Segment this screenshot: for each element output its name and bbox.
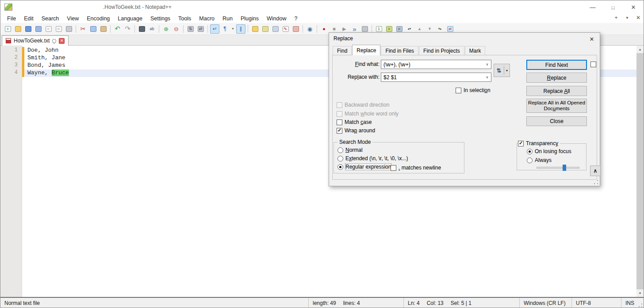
find-icon[interactable] — [137, 24, 146, 34]
tab-mark[interactable]: Mark — [465, 46, 486, 55]
user-defined-dialog-icon[interactable] — [250, 24, 260, 34]
combo-chevron-icon[interactable]: ∨ — [483, 62, 491, 66]
zoom-out-icon[interactable]: ⊖ — [172, 24, 181, 34]
transparency-group: Transparency On losing focus Always — [517, 143, 586, 170]
replace-all-in-all-opened-button[interactable]: Replace All in All Opened Documents — [526, 99, 587, 113]
replace-dialog: Replace ✕ Find Replace Find in Files Fin… — [329, 32, 600, 186]
paste-icon[interactable] — [99, 24, 108, 34]
replace-button[interactable]: Replace — [526, 73, 587, 83]
search-mode-extended-radio[interactable]: Extended (\n, \r, \t, \0, \x...) — [337, 155, 408, 162]
tab-list-button[interactable]: ▼ — [624, 16, 631, 20]
close-tab-button[interactable]: ✕ — [635, 15, 642, 21]
search-mode-regex-radio[interactable]: Regular expression — [337, 164, 391, 170]
find-next-button[interactable]: Find Next — [526, 60, 587, 70]
toolbar-separator — [248, 25, 248, 33]
close-all-icon[interactable]: = — [54, 24, 63, 34]
menu-item-macro[interactable]: Macro — [195, 15, 218, 23]
close-window-button[interactable]: ✕ — [623, 0, 644, 14]
menu-item-file[interactable]: File — [3, 15, 20, 23]
pin-tab-icon[interactable] — [52, 38, 58, 44]
menu-item-tools[interactable]: Tools — [174, 15, 195, 23]
replace-icon[interactable]: ab — [147, 24, 157, 34]
swap-find-replace-button[interactable]: ⇅ ▼ — [494, 64, 510, 77]
vertical-scrollbar[interactable]: ▲ ▼ — [636, 46, 644, 297]
minimize-button[interactable]: — — [583, 0, 603, 14]
new-tab-button[interactable]: + — [613, 15, 620, 21]
in-selection-checkbox[interactable]: In selection — [456, 87, 491, 93]
swap-dropdown-icon[interactable]: ▼ — [504, 69, 510, 72]
transparency-slider-thumb[interactable] — [563, 165, 566, 171]
undo-icon[interactable]: ↶ — [113, 24, 122, 34]
combo-chevron-icon[interactable]: ∨ — [483, 75, 491, 79]
zoom-in-icon[interactable]: ⊕ — [161, 24, 171, 34]
line-number: 4 — [0, 69, 22, 77]
search-mode-normal-radio[interactable]: Normal — [337, 147, 363, 153]
print-icon[interactable] — [64, 24, 73, 34]
sync-horizontal-icon[interactable]: ⇄ — [196, 24, 205, 34]
indent-guide-icon[interactable]: ∥ — [236, 24, 245, 34]
macro-record-icon[interactable]: ● — [319, 24, 329, 34]
menu-item-run[interactable]: Run — [218, 15, 237, 23]
menu-item-window[interactable]: Window — [263, 15, 290, 23]
search-mode-group: Search Mode Normal Extended (\n, \r, \t,… — [334, 142, 464, 173]
dot-matches-newline-checkbox[interactable]: . matches newline — [391, 165, 441, 171]
cut-icon[interactable]: ✂ — [78, 24, 88, 34]
replace-with-input[interactable]: $2 $1 ∨ — [381, 73, 491, 82]
tab-find-in-files[interactable]: Find in Files — [381, 46, 418, 55]
transparency-checkbox[interactable]: Transparency — [518, 140, 560, 146]
edit-popup-icon[interactable]: ✎ — [281, 24, 290, 34]
purge-checkbox[interactable] — [590, 62, 596, 67]
menu-item-help[interactable]: ? — [290, 15, 301, 23]
folder-as-workspace-icon[interactable] — [291, 24, 300, 34]
line-number: 2 — [0, 54, 22, 62]
sync-vertical-icon[interactable]: ⇅ — [186, 24, 195, 34]
menu-item-encoding[interactable]: Encoding — [83, 15, 114, 23]
selected-text: Bruce — [52, 69, 69, 76]
tab-replace[interactable]: Replace — [352, 45, 380, 55]
close-dialog-button[interactable]: Close — [526, 116, 587, 126]
menu-item-view[interactable]: View — [63, 15, 83, 23]
close-file-icon[interactable]: − — [44, 24, 53, 34]
save-all-icon[interactable] — [34, 24, 43, 34]
on-losing-focus-radio[interactable]: On losing focus — [527, 148, 571, 154]
swap-arrows-icon: ⇅ — [494, 67, 504, 74]
tab-find-in-projects[interactable]: Find in Projects — [419, 46, 464, 55]
dialog-resize-grip[interactable] — [594, 180, 598, 185]
scroll-up-arrow[interactable]: ▲ — [636, 46, 644, 53]
find-what-input[interactable]: (\w+), (\w+) ∨ — [381, 60, 491, 69]
tab-howtogeek-txt[interactable]: HowToGeek.txt ✕ — [2, 35, 69, 46]
resize-grip[interactable] — [640, 298, 644, 308]
dialog-close-icon[interactable]: ✕ — [588, 35, 596, 43]
view-all-characters-eye-icon[interactable]: ◉ — [305, 24, 314, 34]
new-file-icon[interactable]: + — [3, 24, 12, 34]
open-file-icon[interactable] — [13, 24, 23, 34]
save-icon[interactable] — [23, 24, 33, 34]
eol-format-status[interactable]: Windows (CR LF) — [524, 300, 566, 306]
menu-item-search[interactable]: Search — [38, 15, 63, 23]
document-list-icon[interactable] — [271, 24, 280, 34]
notepad-plus-plus-window: .HowToGeek.txt - Notepad++ — □ ✕ FileEdi… — [0, 0, 644, 308]
replace-all-button[interactable]: Replace All — [526, 86, 587, 96]
close-tab-icon[interactable]: ✕ — [59, 38, 65, 44]
wrap-around-checkbox[interactable]: Wrap around — [337, 127, 375, 134]
show-all-characters-icon[interactable]: ¶ — [220, 24, 230, 34]
copy-icon[interactable] — [88, 24, 98, 34]
chevron-down-icon[interactable]: ▼ — [230, 24, 235, 34]
match-case-checkbox[interactable]: Match case — [337, 119, 372, 125]
word-wrap-icon[interactable]: ↵ — [210, 24, 219, 34]
maximize-button[interactable]: □ — [603, 0, 623, 14]
scroll-down-arrow[interactable]: ▼ — [636, 289, 644, 297]
menu-item-plugins[interactable]: Plugins — [237, 15, 263, 23]
tabbar-controls: + ▼ ✕ — [613, 15, 642, 21]
redo-icon[interactable]: ↷ — [123, 24, 132, 34]
encoding-status[interactable]: UTF-8 — [576, 300, 591, 306]
menu-item-settings[interactable]: Settings — [146, 15, 174, 23]
transparency-slider[interactable] — [537, 167, 579, 169]
insert-mode-status[interactable]: INS — [625, 300, 634, 306]
collapse-dialog-button[interactable]: ∧ — [590, 166, 601, 176]
tab-find[interactable]: Find — [333, 46, 352, 55]
menu-item-edit[interactable]: Edit — [20, 15, 38, 23]
document-map-icon[interactable] — [261, 24, 270, 34]
menu-item-language[interactable]: Language — [114, 15, 146, 23]
always-radio[interactable]: Always — [527, 157, 552, 163]
